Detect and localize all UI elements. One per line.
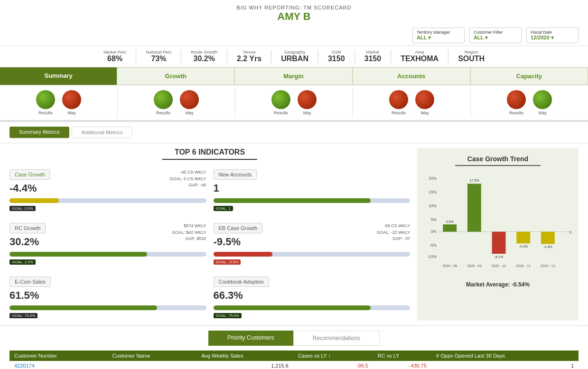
circle-red — [389, 90, 408, 109]
bar-chart: 20% 15% 10% 5% 0% -5% -10% 2.6% 17.5% -8… — [424, 171, 571, 275]
col-rc-vs-ly: RC vs LY — [373, 351, 431, 361]
svg-text:-4.4%: -4.4% — [543, 245, 552, 249]
page-header: BIG WHY REPORTING: TM SCORECARD AMY B — [0, 0, 588, 25]
fiscal-date-filter[interactable]: Fiscal Date 12/2020 ▾ — [526, 28, 579, 43]
chart-underline — [455, 165, 541, 166]
tab-accounts[interactable]: Accounts — [353, 67, 470, 85]
indicator-stats-case-growth: -45 CS WKLYGOAL: 0 CS WKLYGAP: -45 — [169, 169, 206, 189]
indicator-bar-fill-ecom-sales — [9, 305, 157, 310]
bar-2020-12 — [541, 232, 555, 244]
indicator-label-cookbook-adoption: Cookbook Adoption — [214, 277, 269, 287]
table-header-row: Customer Number Customer Name Avg Weekly… — [9, 351, 579, 361]
indicator-bar-fill-rc-growth — [9, 252, 147, 257]
indicator-label-case-growth: Case Growth — [9, 169, 50, 180]
circle-group-margin: Results Way — [235, 88, 353, 118]
circle-margin-way: Way — [298, 90, 317, 115]
table-row: 4220174 1,215.6 -98.5 -430.75 1 — [9, 361, 579, 369]
circles-row: Results Way Results Way Results — [0, 85, 588, 121]
indicator-eb-case-growth: EB Case Growth -9.5% -59 CS WKLYGOAL: -2… — [214, 221, 411, 267]
svg-text:2020 - 09: 2020 - 09 — [467, 264, 482, 268]
indicator-bar-fill-eb-case-growth — [214, 252, 272, 257]
territory-manager-filter[interactable]: Territory Manager ALL ▾ — [412, 28, 465, 43]
circle-group-accounts: Results Way — [353, 88, 471, 118]
svg-text:2020 - 10: 2020 - 10 — [492, 264, 506, 268]
circle-red — [507, 90, 526, 109]
goal-badge-ecom-sales: GOAL: 70.0% — [9, 313, 37, 318]
bottom-tab-recommendations[interactable]: Recommendations — [293, 331, 380, 346]
sub-nav: Summary Metrics Additional Metrics — [0, 122, 588, 143]
cell-customer-num: 4220174 — [9, 361, 107, 369]
svg-text:2020 - 11: 2020 - 11 — [516, 264, 531, 268]
stat-national-perc: National Perc 73% — [136, 50, 181, 63]
page-title: AMY B — [0, 10, 588, 23]
indicator-case-growth: Case Growth -4.4% -45 CS WKLYGOAL: 0 CS … — [9, 167, 206, 213]
indicator-label-rc-growth: RC Growth — [9, 223, 46, 233]
territory-filter-value: ALL ▾ — [417, 35, 460, 41]
indicator-value-ecom-sales: 61.5% — [9, 289, 51, 302]
circle-green — [271, 90, 290, 109]
tab-margin[interactable]: Margin — [234, 67, 352, 85]
data-table: Customer Number Customer Name Avg Weekly… — [9, 351, 579, 369]
col-opps-opened: # Opps Opened Last 30 Days — [431, 351, 579, 361]
circle-accounts-way: Way — [415, 90, 434, 115]
circle-group-growth: Results Way — [118, 88, 235, 118]
indicator-bar-fill-new-accounts — [214, 198, 371, 203]
sub-tab-additional-metrics[interactable]: Additional Metrics — [72, 127, 133, 138]
col-cases-vs-ly: Cases vs LY ↑ — [293, 351, 373, 361]
goal-badge-eb-case-growth: GOAL: -3.5% — [214, 259, 241, 265]
circle-margin-results: Results — [271, 90, 290, 115]
circle-green — [36, 90, 55, 109]
goal-badge-new-accounts: GOAL: 1 — [214, 206, 233, 211]
stat-tenure: Tenure 2.2 Yrs — [227, 50, 271, 63]
indicator-label-eb-case-growth: EB Case Growth — [214, 223, 263, 233]
svg-text:-8.1%: -8.1% — [495, 255, 504, 259]
page-subtitle: BIG WHY REPORTING: TM SCORECARD — [0, 5, 588, 10]
stat-geography: Geography URBAN — [271, 50, 318, 63]
cell-cases-vs-ly: -98.5 — [293, 361, 373, 369]
stat-region: Region SOUTH — [448, 50, 494, 63]
cell-avg-sales: 1,215.6 — [196, 361, 293, 369]
indicator-rc-growth: RC Growth 30.2% $574 WKLYGOAL: $42 WKLYG… — [9, 221, 206, 267]
indicators-underline — [162, 159, 257, 160]
bottom-tabs: Priority Customers Recommendations — [9, 331, 579, 346]
circle-red — [180, 90, 199, 109]
tab-summary[interactable]: Summary — [0, 67, 117, 85]
svg-text:-4.3%: -4.3% — [519, 244, 528, 249]
indicator-bar-bg-rc-growth — [9, 252, 206, 257]
sub-tab-summary-metrics[interactable]: Summary Metrics — [9, 127, 69, 138]
svg-text:10%: 10% — [429, 204, 437, 208]
col-customer-name: Customer Name — [107, 351, 196, 361]
customer-filter[interactable]: Customer Filter ALL ▾ — [469, 28, 522, 43]
circle-growth-results: Results — [154, 90, 173, 115]
tab-capacity[interactable]: Capacity — [470, 67, 588, 85]
svg-text:5%: 5% — [431, 218, 437, 222]
circle-capacity-results: Results — [507, 90, 526, 115]
goal-badge-case-growth: GOAL: 0.0% — [9, 206, 36, 211]
main-content: TOP 6 INDICATORS Case Growth -4.4% -45 C… — [0, 143, 588, 325]
circle-summary-way: Way — [62, 90, 81, 115]
customer-filter-label: Customer Filter — [474, 30, 517, 35]
customer-filter-value: ALL ▾ — [474, 35, 517, 41]
fiscal-filter-value: 12/2020 ▾ — [531, 35, 574, 41]
indicator-ecom-sales: E-Com Sales 61.5% GOAL: 70.0% — [9, 274, 206, 321]
circle-green — [154, 90, 173, 109]
indicator-stats-eb-case-growth: -59 CS WKLYGOAL: -22 WKLYGAP: -37 — [377, 223, 410, 242]
stat-area: Area TEXHOMA — [391, 50, 448, 63]
indicator-value-rc-growth: 30.2% — [9, 236, 46, 248]
tab-growth[interactable]: Growth — [117, 67, 234, 85]
circle-growth-way: Way — [180, 90, 199, 115]
indicator-bar-bg-new-accounts — [214, 198, 411, 203]
chart-market-avg: Market Average: -0.54% — [424, 281, 571, 288]
svg-text:0: 0 — [569, 231, 571, 235]
filters-bar: Territory Manager ALL ▾ Customer Filter … — [0, 25, 588, 46]
indicator-value-new-accounts: 1 — [214, 182, 257, 194]
indicators-section: TOP 6 INDICATORS Case Growth -4.4% -45 C… — [9, 148, 410, 321]
fiscal-filter-label: Fiscal Date — [531, 30, 574, 35]
chart-title: Case Growth Trend — [424, 155, 571, 163]
indicator-label-new-accounts: New Accounts — [214, 169, 257, 180]
bottom-tab-priority-customers[interactable]: Priority Customers — [208, 331, 293, 346]
stat-dsm: DSM 3150 — [318, 50, 355, 63]
svg-text:2020 - 12: 2020 - 12 — [541, 264, 555, 268]
indicators-title: TOP 6 INDICATORS — [9, 148, 410, 157]
stats-bar: Market Perc 68% National Perc 73% Route … — [0, 46, 588, 67]
